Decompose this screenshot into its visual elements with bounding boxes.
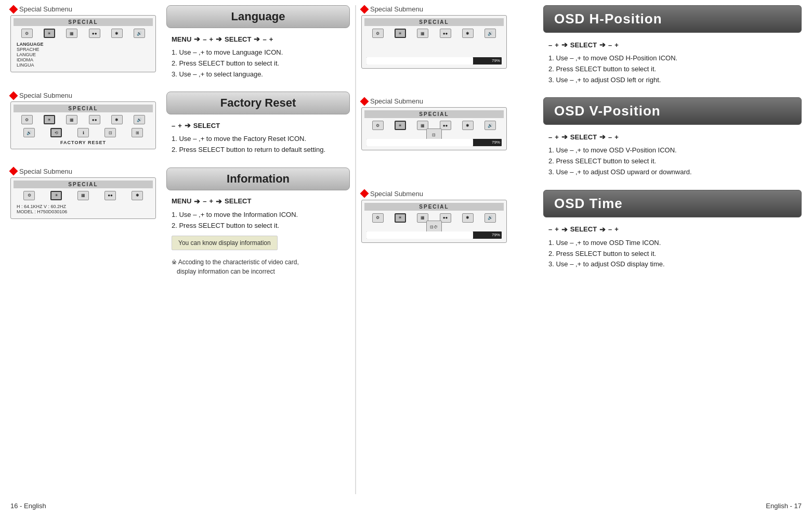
i-mon-icon-3: ▦ bbox=[77, 191, 89, 200]
osd-v-bar: 79% bbox=[366, 139, 502, 146]
main-content: Special Submenu SPECIAL ⚙ ☀ ▦ ●● ✱ 🔊 bbox=[0, 0, 812, 499]
osd-h-section: Special Submenu SPECIAL ⚙ ☀ ▦ ●● ✱ 🔊 bbox=[361, 5, 802, 88]
osd-v-title: OSD V-Position bbox=[554, 103, 661, 119]
osd-h-instr-1: 1. Use – ,+ to move OSD H-Position ICON. bbox=[548, 53, 796, 64]
f-mon-icon-5: ✱ bbox=[111, 115, 123, 124]
mon-icon-3: ▦ bbox=[66, 29, 77, 38]
osd-h-instructions: – + ➔ SELECT ➔ – + 1. Use – ,+ to move O… bbox=[543, 38, 802, 88]
osd-time-section: Special Submenu SPECIAL ⚙ ☀ ▦ ●● ✱ 🔊 bbox=[361, 190, 802, 273]
ov-icon-2: ☀ bbox=[395, 121, 406, 130]
osd-v-instructions: – + ➔ SELECT ➔ – + 1. Use – ,+ to move O… bbox=[543, 130, 802, 180]
factory-icons-row1: ⚙ ☀ ▦ ●● ✱ 🔊 bbox=[14, 114, 153, 125]
osd-h-instr-3: 3. Use – ,+ to adjust OSD left or right. bbox=[548, 75, 796, 86]
osd-v-section: Special Submenu SPECIAL ⚙ ☀ ▦ ●● ✱ 🔊 bbox=[361, 97, 802, 180]
osd-h-icons-row: ⚙ ☀ ▦ ●● ✱ 🔊 bbox=[364, 28, 504, 39]
osd-h-spacer bbox=[364, 40, 504, 56]
f-mon-icon-4: ●● bbox=[89, 115, 100, 124]
right-column: Special Submenu SPECIAL ⚙ ☀ ▦ ●● ✱ 🔊 bbox=[361, 5, 802, 494]
osd-time-monitor-header: SPECIAL bbox=[364, 203, 504, 211]
language-title-box: Language bbox=[166, 5, 350, 28]
language-nav-line: MENU ➔ – + ➔ SELECT ➔ – + bbox=[172, 35, 345, 43]
osd-h-monitor-header: SPECIAL bbox=[364, 18, 504, 26]
f-mon-icon-6: 🔊 bbox=[134, 115, 145, 124]
info-monitor-header: SPECIAL bbox=[14, 180, 153, 188]
osd-time-instr-2: 2. Press SELECT button to select it. bbox=[548, 249, 796, 260]
i-mon-icon-2: ☀ bbox=[50, 191, 62, 200]
info-icons-row1: ⚙ ☀ ▦ ●● ✱ bbox=[14, 190, 153, 201]
osd-time-section-left: Special Submenu SPECIAL ⚙ ☀ ▦ ●● ✱ 🔊 bbox=[361, 190, 538, 243]
footer-left: 16 - English bbox=[10, 502, 46, 510]
oh-icon-3: ▦ bbox=[417, 29, 428, 38]
info-title: Information bbox=[227, 172, 290, 185]
lang-row-4: IDIOMA bbox=[17, 57, 150, 62]
info-instruction-list: 1. Use – ,+ to move the Information ICON… bbox=[172, 210, 345, 231]
ov-icon-5: ✱ bbox=[462, 121, 474, 130]
factory-title: Factory Reset bbox=[220, 96, 296, 109]
oh-icon-1: ⚙ bbox=[372, 29, 384, 38]
osd-v-instruction-list: 1. Use – ,+ to move OSD V-Position ICON.… bbox=[548, 145, 796, 177]
col-divider bbox=[355, 5, 356, 494]
info-instructions: MENU ➔ – + ➔ SELECT 1. Use – ,+ to move … bbox=[166, 195, 350, 279]
osd-time-monitor-box: SPECIAL ⚙ ☀ ▦ ●● ✱ 🔊 ⊡⏱ bbox=[361, 200, 507, 243]
information-section-right: Information MENU ➔ – + ➔ SELECT 1. Use – bbox=[161, 167, 350, 279]
footer-right: English - 17 bbox=[766, 502, 802, 510]
diamond-icon-2 bbox=[9, 91, 18, 100]
ov-icon-6: 🔊 bbox=[484, 121, 496, 130]
osd-time-title-box: OSD Time bbox=[543, 190, 802, 217]
language-monitor-header: SPECIAL bbox=[14, 18, 153, 26]
mon-icon-5: ✱ bbox=[111, 29, 123, 38]
factory-title-box: Factory Reset bbox=[166, 92, 350, 114]
mon-icon-6: 🔊 bbox=[134, 29, 145, 38]
f-mon-icon-11: ⊞ bbox=[132, 128, 143, 137]
language-title: Language bbox=[231, 10, 285, 23]
info-monitor-box: SPECIAL ⚙ ☀ ▦ ●● ✱ H : 64.1KHZ V : 60.2H… bbox=[10, 177, 156, 219]
ot-icon-2: ☀ bbox=[395, 213, 406, 223]
factory-reset-section-right: Factory Reset – + ➔ SELECT 1. Use – ,+ t… bbox=[161, 92, 350, 158]
osd-v-monitor-header: SPECIAL bbox=[364, 110, 504, 118]
info-line1: H : 64.1KHZ V : 60.2HZ bbox=[17, 204, 150, 209]
mon-icon-2: ☀ bbox=[44, 29, 55, 38]
osd-v-instr-3: 3. Use – ,+ to adjust OSD upward or down… bbox=[548, 167, 796, 178]
page-container: Special Submenu SPECIAL ⚙ ☀ ▦ ●● ✱ 🔊 bbox=[0, 0, 812, 516]
osd-time-submenu-label: Special Submenu bbox=[361, 190, 538, 198]
f-mon-icon-8: ⟲ bbox=[50, 128, 62, 137]
diamond-icon-4 bbox=[360, 5, 369, 14]
ot-icon-5: ✱ bbox=[462, 213, 474, 223]
info-nav-line: MENU ➔ – + ➔ SELECT bbox=[172, 197, 345, 205]
lang-row-1: LANGUAGE bbox=[17, 42, 150, 47]
info-instr-2: 2. Press SELECT button to select it. bbox=[172, 221, 345, 231]
lang-instr-1: 1. Use – ,+ to move Language ICON. bbox=[172, 47, 345, 58]
language-section-right: Language MENU ➔ – + ➔ SELECT ➔ – + bbox=[161, 5, 350, 82]
information-section: Special Submenu SPECIAL ⚙ ☀ ▦ ●● ✱ H : 6… bbox=[10, 167, 350, 279]
osd-h-monitor-box: SPECIAL ⚙ ☀ ▦ ●● ✱ 🔊 79% bbox=[361, 15, 507, 69]
diamond-icon-5 bbox=[360, 97, 369, 106]
left-column: Special Submenu SPECIAL ⚙ ☀ ▦ ●● ✱ 🔊 bbox=[10, 5, 350, 494]
factory-icons-row2: 🔊 ⟲ ℹ ⊡ ⊞ bbox=[14, 126, 153, 139]
factory-instr-2: 2. Press SELECT button to return to defa… bbox=[172, 145, 345, 156]
osd-v-section-left: Special Submenu SPECIAL ⚙ ☀ ▦ ●● ✱ 🔊 bbox=[361, 97, 538, 150]
language-section-left: Special Submenu SPECIAL ⚙ ☀ ▦ ●● ✱ 🔊 bbox=[10, 5, 161, 72]
osd-v-icon-area: ⊡ bbox=[364, 132, 504, 137]
f-mon-icon-10: ⊡ bbox=[104, 128, 116, 137]
osd-time-title: OSD Time bbox=[554, 196, 623, 211]
osd-time-instructions: – + ➔ SELECT ➔ – + 1. Use – ,+ to move O… bbox=[543, 223, 802, 273]
factory-submenu-label: Special Submenu bbox=[10, 92, 161, 99]
mon-icon-4: ●● bbox=[89, 29, 100, 38]
factory-instr-1: 1. Use – ,+ to move the Factory Reset IC… bbox=[172, 134, 345, 145]
diamond-icon-6 bbox=[360, 189, 369, 198]
factory-monitor-box: SPECIAL ⚙ ☀ ▦ ●● ✱ 🔊 🔊 ⟲ ℹ bbox=[10, 101, 156, 149]
f-mon-icon-3: ▦ bbox=[66, 115, 77, 124]
oh-icon-6: 🔊 bbox=[484, 29, 496, 38]
osd-h-instr-2: 2. Press SELECT button to select it. bbox=[548, 64, 796, 75]
language-instruction-list: 1. Use – ,+ to move Language ICON. 2. Pr… bbox=[172, 47, 345, 80]
f-mon-icon-1: ⚙ bbox=[21, 115, 33, 124]
osd-h-nav-line: – + ➔ SELECT ➔ – + bbox=[548, 41, 796, 49]
osd-v-bar-fill bbox=[366, 139, 473, 146]
i-mon-icon-5: ✱ bbox=[132, 191, 143, 200]
oh-icon-4: ●● bbox=[440, 29, 451, 38]
info-monitor-text: H : 64.1KHZ V : 60.2HZ MODEL : H750D0301… bbox=[14, 202, 153, 216]
language-submenu-label: Special Submenu bbox=[10, 5, 161, 13]
i-mon-icon-4: ●● bbox=[104, 191, 116, 200]
info-submenu-label: Special Submenu bbox=[10, 167, 161, 175]
i-mon-icon-1: ⚙ bbox=[23, 191, 35, 200]
